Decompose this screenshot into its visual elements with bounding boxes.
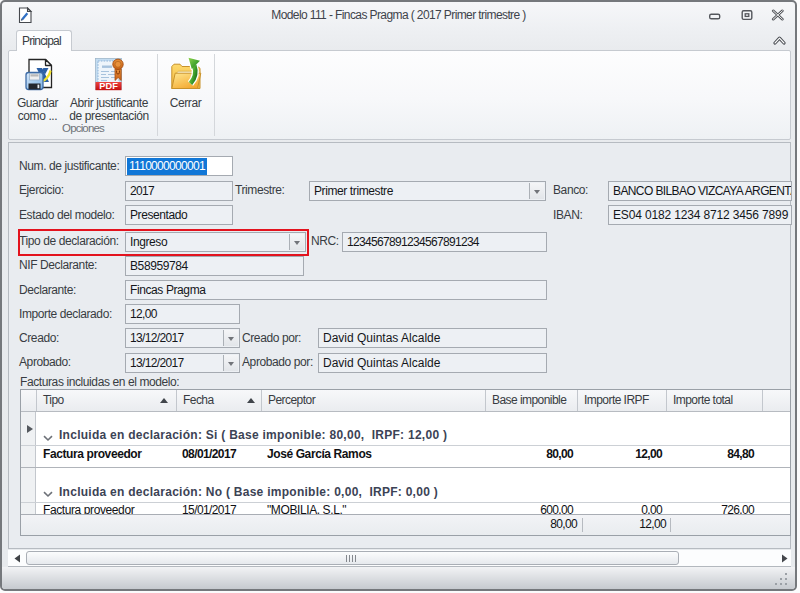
svg-text:PDF: PDF xyxy=(99,81,118,91)
